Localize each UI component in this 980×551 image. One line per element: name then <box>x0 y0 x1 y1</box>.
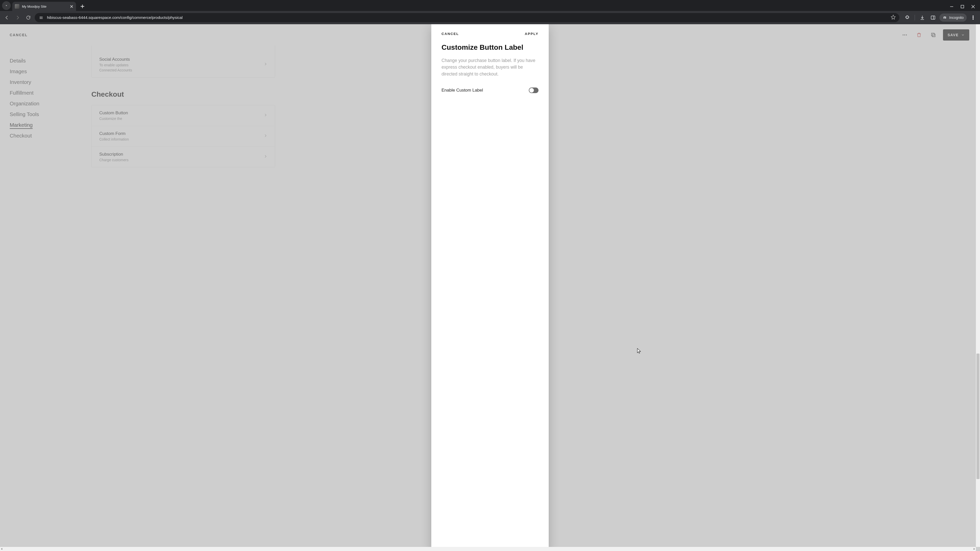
browser-window: My Moodjoy Site hibiscus-seabass-6444.sq… <box>0 0 980 551</box>
window-controls <box>950 5 978 11</box>
svg-point-3 <box>40 18 40 19</box>
customize-button-label-modal: CANCEL APPLY Customize Button Label Chan… <box>431 24 549 551</box>
downloads-icon[interactable] <box>918 13 927 22</box>
nav-reload-button[interactable] <box>24 13 33 22</box>
svg-point-2 <box>40 17 40 18</box>
window-maximize-button[interactable] <box>961 5 964 8</box>
vertical-scrollbar[interactable] <box>976 24 980 547</box>
svg-point-7 <box>973 19 974 19</box>
tab-title: My Moodjoy Site <box>22 5 46 8</box>
modal-apply-button[interactable]: APPLY <box>525 32 538 36</box>
svg-point-6 <box>973 17 974 18</box>
nav-back-button[interactable] <box>3 13 11 22</box>
vertical-scrollbar-thumb[interactable] <box>977 354 980 479</box>
tab-search-button[interactable] <box>2 1 11 10</box>
horizontal-scrollbar[interactable] <box>0 547 976 551</box>
browser-tab-active[interactable]: My Moodjoy Site <box>12 2 76 11</box>
new-tab-button[interactable] <box>79 3 86 10</box>
tab-close-button[interactable] <box>69 4 73 8</box>
address-bar[interactable]: hibiscus-seabass-6444.squarespace.com/co… <box>35 13 899 22</box>
favicon-icon <box>15 4 19 9</box>
url-text: hibiscus-seabass-6444.squarespace.com/co… <box>47 15 888 20</box>
svg-point-5 <box>973 16 974 17</box>
browser-titlebar: My Moodjoy Site <box>0 0 980 11</box>
svg-rect-0 <box>961 5 964 8</box>
window-close-button[interactable] <box>971 5 975 8</box>
scroll-left-arrow-icon[interactable] <box>0 548 3 550</box>
site-info-icon[interactable] <box>38 15 44 21</box>
window-minimize-button[interactable] <box>950 5 953 8</box>
enable-custom-label-toggle[interactable] <box>529 87 538 93</box>
extensions-icon[interactable] <box>903 13 912 22</box>
svg-rect-4 <box>931 16 935 19</box>
toggle-row-enable-custom-label: Enable Custom Label <box>442 87 538 93</box>
navbar-right-icons: Incognito <box>901 13 977 22</box>
incognito-chip[interactable]: Incognito <box>939 14 967 22</box>
scroll-right-arrow-icon[interactable] <box>973 548 975 550</box>
page-viewport: CANCEL SAVE <box>0 24 980 551</box>
modal-title: Customize Button Label <box>442 43 538 52</box>
svg-point-1 <box>40 16 40 17</box>
separator <box>915 15 915 21</box>
sidepanel-icon[interactable] <box>929 13 937 22</box>
bookmark-star-icon[interactable] <box>891 14 896 21</box>
toggle-knob <box>529 88 534 93</box>
modal-description: Change your purchase button label. If yo… <box>442 57 538 77</box>
browser-menu-icon[interactable] <box>969 13 977 22</box>
modal-cancel-button[interactable]: CANCEL <box>442 32 459 36</box>
nav-forward-button[interactable] <box>13 13 22 22</box>
incognito-label: Incognito <box>949 16 964 20</box>
toggle-label: Enable Custom Label <box>442 88 483 93</box>
modal-header: CANCEL APPLY <box>431 24 549 38</box>
browser-navbar: hibiscus-seabass-6444.squarespace.com/co… <box>0 11 980 24</box>
modal-body: Customize Button Label Change your purch… <box>431 38 549 98</box>
